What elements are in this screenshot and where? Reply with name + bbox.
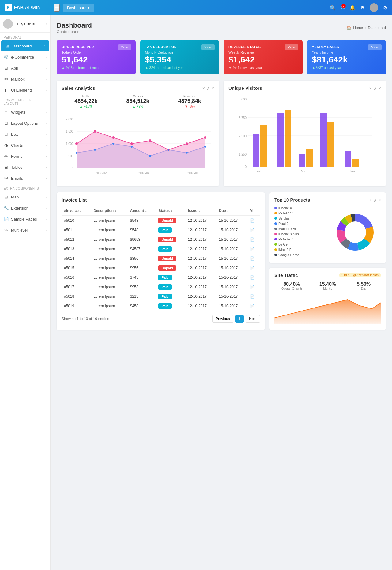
- bell-icon[interactable]: 🔔: [349, 5, 356, 11]
- sidebar-item-layout-options[interactable]: ⊡ Layout Options ›: [0, 118, 50, 129]
- sidebar-item-tables[interactable]: ⊞ Tables ›: [0, 162, 50, 173]
- page-1-button[interactable]: 1: [235, 315, 244, 323]
- sidebar-item-dashboard[interactable]: ⊞ Dashboard ›: [1, 40, 49, 51]
- invoice-amount: $4587: [128, 244, 156, 254]
- col-due: Due ↕: [217, 206, 247, 216]
- flag-icon[interactable]: ⚑: [360, 5, 365, 11]
- collapse-button[interactable]: ∧: [374, 198, 377, 202]
- sidebar-caret: ›: [46, 155, 47, 158]
- svg-point-19: [149, 139, 151, 142]
- invoice-view[interactable]: 📄: [247, 235, 260, 244]
- nav-icon-group: 🔍 ✉ 3 🔔 ⚑ ⚙: [330, 3, 387, 12]
- sidebar-item-mailbox[interactable]: ✉ Mailbox ›: [0, 74, 50, 85]
- invoice-view[interactable]: 📄: [247, 225, 260, 235]
- stat-trend: ▲ +9%: [113, 104, 162, 108]
- svg-text:2018-04: 2018-04: [138, 172, 150, 175]
- stat-card-sub: Yearly Income: [312, 51, 381, 54]
- table-row: #5018 Lorem Ipsum $215 Paid 12-10-2017 1…: [62, 292, 260, 301]
- product-legend: iPhone XMi tv4 55"S9 plusPixal 2Macbook …: [274, 206, 326, 258]
- widgets-icon: ≡: [4, 110, 9, 115]
- sidebar-item-app[interactable]: ⊞ App ›: [0, 62, 50, 74]
- sidebar-label: Mailbox: [11, 77, 43, 81]
- stat-card-view-button[interactable]: View: [285, 44, 298, 50]
- ts-label: Montly: [311, 287, 345, 290]
- sidebar-item-ecommerce[interactable]: 🛒 e-Commerce ›: [0, 51, 50, 62]
- next-page-button[interactable]: Next: [246, 315, 260, 323]
- sidebar-item-box[interactable]: □ Box ›: [0, 129, 50, 140]
- sidebar-caret: ›: [46, 133, 47, 136]
- sidebar-item-emails[interactable]: ✉ Emails ›: [0, 173, 50, 184]
- sidebar-label: Layout Options: [11, 121, 43, 126]
- collapse-button[interactable]: ∧: [374, 86, 377, 91]
- sidebar-item-forms[interactable]: ✏ Forms ›: [0, 151, 50, 162]
- stat-card-view-button[interactable]: View: [201, 44, 215, 50]
- svg-point-22: [204, 136, 206, 139]
- minimize-button[interactable]: ×: [369, 198, 372, 202]
- close-button[interactable]: ×: [212, 86, 214, 91]
- close-button[interactable]: ×: [379, 86, 381, 91]
- layout-icon: ⊡: [4, 121, 9, 126]
- collapse-button[interactable]: ∧: [207, 86, 210, 91]
- svg-text:3,750: 3,750: [239, 116, 247, 119]
- sidebar-item-map[interactable]: ⊞ Map ›: [0, 191, 50, 202]
- invoice-desc: Lorem Ipsum: [91, 216, 128, 225]
- sidebar-item-charts[interactable]: ◑ Charts ›: [0, 140, 50, 151]
- invoice-issue: 12-10-2017: [185, 216, 216, 225]
- invoice-view[interactable]: 📄: [247, 282, 260, 292]
- sidebar-user[interactable]: Juliya Brus ›: [0, 15, 50, 33]
- panel-title: Unique Visitors: [228, 85, 262, 91]
- sidebar-item-ui-elements[interactable]: ◧ UI Elements ›: [0, 85, 50, 96]
- sidebar-caret: ›: [46, 228, 47, 232]
- col-description: Description ↕: [91, 206, 128, 216]
- svg-text:5,000: 5,000: [239, 98, 247, 101]
- user-avatar[interactable]: [370, 3, 378, 12]
- svg-point-18: [130, 142, 133, 145]
- invoice-due: 15-10-2017: [217, 301, 247, 311]
- sidebar-item-extension[interactable]: 🔧 Extension ›: [0, 202, 50, 213]
- previous-page-button[interactable]: Previous: [212, 315, 233, 323]
- sidebar-avatar: [3, 19, 13, 29]
- sidebar-label: UI Elements: [11, 88, 43, 92]
- invoice-id: #5019: [62, 301, 91, 311]
- minimize-button[interactable]: ×: [369, 86, 372, 91]
- invoice-view[interactable]: 📄: [247, 301, 260, 311]
- sidebar-label: Sample Pages: [11, 217, 43, 221]
- menu-toggle-button[interactable]: ☰: [54, 4, 60, 12]
- trend-text: ▲ 324 more than last year: [145, 66, 185, 70]
- sidebar-label: Multilevel: [11, 228, 43, 232]
- svg-point-28: [168, 149, 169, 151]
- stat-card-view-button[interactable]: View: [118, 44, 131, 50]
- close-button[interactable]: ×: [379, 198, 381, 202]
- stat-card-view-button[interactable]: View: [368, 44, 382, 50]
- stat-card-trend: ▲ %18 up from last month: [62, 66, 131, 70]
- sidebar-label: Extension: [11, 206, 43, 210]
- dashboard-dropdown-button[interactable]: Dashboard ▾: [63, 4, 94, 12]
- invoice-view[interactable]: 📄: [247, 263, 260, 273]
- sidebar-item-multilevel[interactable]: ↪ Multilevel ›: [0, 225, 50, 236]
- mail-icon[interactable]: ✉ 3: [341, 5, 345, 11]
- minimize-button[interactable]: ×: [202, 86, 205, 91]
- invoice-due: 15-10-2017: [217, 235, 247, 244]
- legend-item: iPhone 8 plus: [274, 232, 326, 236]
- box-icon: □: [4, 132, 9, 137]
- col-view: Vi: [247, 206, 260, 216]
- invoice-view[interactable]: 📄: [247, 254, 260, 263]
- sidebar-item-sample-pages[interactable]: 📄 Sample Pages ›: [0, 213, 50, 225]
- invoice-view[interactable]: 📄: [247, 292, 260, 301]
- invoice-view[interactable]: 📄: [247, 273, 260, 282]
- ecommerce-icon: 🛒: [4, 55, 9, 59]
- search-icon[interactable]: 🔍: [330, 5, 336, 11]
- panel-title: Sales Analytics: [62, 85, 95, 91]
- svg-text:1,000: 1,000: [66, 142, 74, 145]
- settings-icon[interactable]: ⚙: [383, 5, 387, 11]
- sidebar-item-widgets[interactable]: ≡ Widgets ›: [0, 107, 50, 118]
- invoice-view[interactable]: 📄: [247, 244, 260, 254]
- table-row: #5011 Lorem Ipsum $548 Paid 12-10-2017 1…: [62, 225, 260, 235]
- site-traffic-header: Site Traffic * 18% High then last month: [274, 273, 381, 278]
- legend-item: iMac 21": [274, 248, 326, 251]
- site-traffic-title: Site Traffic: [274, 273, 298, 278]
- invoice-view[interactable]: 📄: [247, 216, 260, 225]
- svg-point-24: [94, 149, 96, 151]
- invoice-due: 15-10-2017: [217, 263, 247, 273]
- stat-card-sub: Weekly Revenue: [228, 51, 298, 54]
